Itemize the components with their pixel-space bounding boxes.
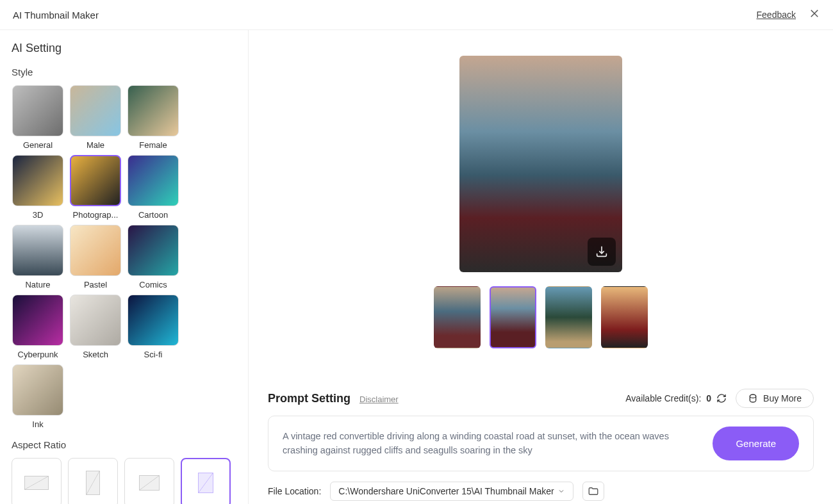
style-thumb [128, 155, 179, 206]
aspect-box [124, 458, 174, 504]
style-label: Sci-fi [128, 350, 179, 359]
download-button[interactable] [588, 238, 616, 266]
aspect-option-9-16[interactable]: 9:16 [68, 458, 118, 504]
style-thumb [128, 225, 179, 276]
sidebar: AI Setting Style GeneralMaleFemale3DPhot… [0, 30, 249, 504]
style-option-3d[interactable]: 3D [12, 155, 64, 220]
style-label: 3D [12, 210, 63, 220]
aspect-option-16-9[interactable]: 16:9 [12, 458, 62, 504]
ai-setting-heading: AI Setting [12, 42, 236, 55]
folder-icon [588, 485, 599, 497]
style-thumb [70, 155, 121, 206]
style-option-nature[interactable]: Nature [12, 225, 64, 289]
style-option-female[interactable]: Female [127, 85, 179, 150]
style-thumb [12, 85, 63, 136]
aspect-shape [198, 473, 213, 493]
style-thumb [128, 85, 179, 136]
feedback-link[interactable]: Feedback [757, 10, 796, 20]
generate-button[interactable]: Generate [713, 427, 799, 460]
aspect-shape [86, 471, 100, 495]
style-option-pastel[interactable]: Pastel [69, 225, 122, 289]
style-option-ink[interactable]: Ink [12, 364, 64, 429]
style-thumb [12, 225, 63, 276]
aspect-box [181, 458, 231, 504]
style-thumb [12, 295, 63, 346]
style-option-comics[interactable]: Comics [127, 225, 179, 289]
aspect-box [68, 458, 118, 504]
style-label: Cyberpunk [12, 350, 63, 359]
aspect-shape [24, 476, 49, 490]
style-label: Photograp... [70, 210, 121, 220]
disclaimer-link[interactable]: Disclaimer [359, 394, 399, 404]
style-label: Nature [12, 280, 63, 289]
style-label: Female [128, 140, 179, 150]
preview-image [459, 56, 622, 272]
style-thumb [70, 225, 121, 276]
aspect-option-3-4[interactable]: 3:4 [181, 458, 231, 504]
style-option-photograp-[interactable]: Photograp... [69, 155, 122, 220]
style-option-general[interactable]: General [12, 85, 64, 150]
open-folder-button[interactable] [582, 482, 604, 501]
refresh-icon[interactable] [716, 393, 727, 403]
aspect-shape [139, 475, 160, 491]
style-label: Cartoon [128, 210, 179, 220]
style-thumb [70, 85, 121, 136]
file-location-label: File Location: [268, 486, 321, 496]
credit-icon [748, 393, 758, 403]
credits-display: Available Credit(s):0 [625, 393, 727, 403]
credits-value: 0 [706, 393, 711, 403]
aspect-ratio-section-label: Aspect Ratio [12, 439, 236, 450]
style-thumb [70, 295, 121, 346]
result-thumbnail-2[interactable] [545, 286, 592, 348]
close-button[interactable] [809, 6, 820, 23]
style-option-cartoon[interactable]: Cartoon [127, 155, 179, 220]
close-icon [809, 8, 820, 19]
app-title: AI Thumbnail Maker [13, 10, 99, 20]
style-thumb [12, 155, 63, 206]
chevron-down-icon [557, 487, 565, 495]
aspect-box [12, 458, 62, 504]
style-label: Sketch [70, 350, 121, 359]
style-option-sketch[interactable]: Sketch [69, 295, 122, 359]
prompt-setting-heading: Prompt Setting [268, 392, 351, 405]
download-icon [595, 245, 609, 259]
style-thumb [128, 295, 179, 346]
style-option-sci-fi[interactable]: Sci-fi [127, 295, 179, 359]
prompt-input[interactable] [283, 430, 700, 458]
style-label: General [12, 140, 63, 150]
style-label: Comics [128, 280, 179, 289]
buy-more-label: Buy More [763, 393, 802, 403]
aspect-option-4-3[interactable]: 4:3 [124, 458, 174, 504]
style-option-male[interactable]: Male [69, 85, 122, 150]
result-thumbnail-1[interactable] [490, 286, 536, 348]
style-thumb [12, 364, 63, 416]
buy-more-button[interactable]: Buy More [736, 389, 814, 408]
credits-label: Available Credit(s): [625, 393, 701, 403]
style-option-cyberpunk[interactable]: Cyberpunk [12, 295, 64, 359]
file-location-select[interactable]: C:\Wondershare UniConverter 15\AI Thumbn… [330, 482, 573, 501]
style-label: Pastel [70, 280, 121, 289]
main-area: Prompt Setting Disclaimer Available Cred… [249, 30, 833, 504]
style-label: Male [70, 140, 121, 150]
file-location-path: C:\Wondershare UniConverter 15\AI Thumbn… [338, 486, 554, 496]
style-section-label: Style [12, 67, 236, 77]
result-thumbnail-3[interactable] [601, 286, 648, 348]
style-label: Ink [12, 419, 63, 429]
result-thumbnail-0[interactable] [434, 286, 481, 348]
